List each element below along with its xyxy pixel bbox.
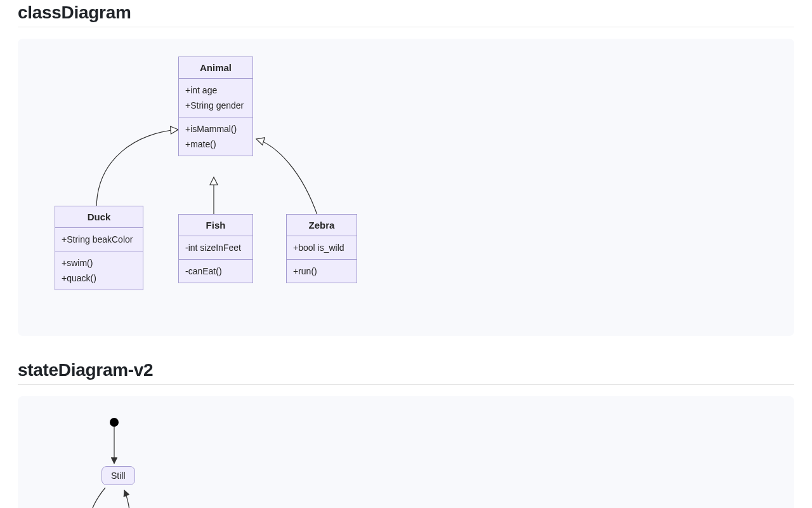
class-methods: +isMammal() +mate() — [179, 117, 252, 156]
state-start-icon — [110, 418, 119, 427]
section-title-state-diagram: stateDiagram-v2 — [18, 358, 794, 380]
class-method: +run() — [293, 264, 350, 279]
class-title: Zebra — [287, 215, 357, 236]
class-method: +quack() — [62, 271, 136, 286]
class-box-fish: Fish -int sizeInFeet -canEat() — [178, 214, 253, 283]
section-title-class-diagram: classDiagram — [18, 0, 794, 23]
state-diagram-stage: Still — [36, 414, 264, 508]
class-attribute: +String gender — [185, 98, 246, 113]
class-diagram-panel: Animal +int age +String gender +isMammal… — [18, 39, 794, 336]
class-methods: -canEat() — [179, 260, 252, 283]
class-title: Animal — [179, 57, 252, 79]
class-diagram-stage: Animal +int age +String gender +isMammal… — [36, 57, 442, 311]
class-methods: +run() — [287, 260, 357, 283]
class-title: Fish — [179, 215, 252, 236]
class-attribute: +String beakColor — [62, 232, 136, 247]
class-attributes: +bool is_wild — [287, 236, 357, 260]
class-attribute: -int sizeInFeet — [185, 240, 246, 255]
state-diagram-panel: Still — [18, 396, 794, 508]
class-title: Duck — [55, 206, 143, 228]
class-attribute: +bool is_wild — [293, 240, 350, 255]
class-attributes: -int sizeInFeet — [179, 236, 252, 260]
class-method: -canEat() — [185, 264, 246, 279]
class-method: +swim() — [62, 255, 136, 271]
class-box-animal: Animal +int age +String gender +isMammal… — [178, 57, 253, 156]
state-node-still: Still — [102, 466, 135, 485]
class-method: +isMammal() — [185, 121, 246, 137]
class-attribute: +int age — [185, 83, 246, 98]
class-box-duck: Duck +String beakColor +swim() +quack() — [55, 206, 143, 290]
class-box-zebra: Zebra +bool is_wild +run() — [286, 214, 357, 283]
class-methods: +swim() +quack() — [55, 251, 143, 290]
divider — [18, 384, 794, 385]
state-diagram-edges — [36, 414, 264, 508]
divider — [18, 27, 794, 27]
class-attributes: +int age +String gender — [179, 79, 252, 117]
class-attributes: +String beakColor — [55, 228, 143, 251]
class-method: +mate() — [185, 137, 246, 152]
